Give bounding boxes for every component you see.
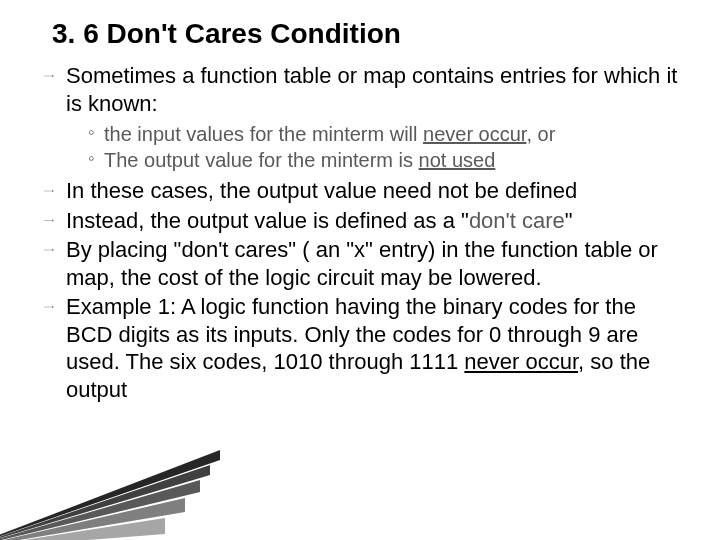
svg-marker-3 [0, 498, 185, 540]
svg-marker-4 [0, 518, 165, 540]
svg-marker-1 [0, 465, 210, 540]
svg-marker-0 [0, 450, 220, 540]
b1s2-a: The output value for the minterm is [104, 149, 419, 171]
bullet-1: Sometimes a function table or map contai… [44, 62, 686, 173]
b3-a: Instead, the output value is defined as … [66, 208, 469, 233]
bullet-3: Instead, the output value is defined as … [44, 207, 686, 235]
b1s1-b: , or [526, 123, 555, 145]
bullet-1-text: Sometimes a function table or map contai… [66, 63, 677, 116]
svg-marker-2 [0, 480, 200, 540]
decorative-stripes [0, 430, 220, 540]
bullet-2-text: In these cases, the output value need no… [66, 178, 577, 203]
bullet-1-sub-2: The output value for the minterm is not … [88, 147, 686, 173]
bullet-1-sublist: the input values for the minterm will ne… [66, 121, 686, 173]
b3-b: " [565, 208, 573, 233]
bullet-4-text: By placing "don't cares" ( an "x" entry)… [66, 237, 658, 290]
b3-g: don't care [469, 208, 565, 233]
b1s1-u: never occur [423, 123, 526, 145]
slide: 3. 6 Don't Cares Condition Sometimes a f… [0, 0, 720, 403]
b5-u: never occur [464, 349, 578, 374]
slide-title: 3. 6 Don't Cares Condition [52, 18, 686, 50]
b1s2-u: not used [419, 149, 496, 171]
bullet-4: By placing "don't cares" ( an "x" entry)… [44, 236, 686, 291]
bullet-1-sub-1: the input values for the minterm will ne… [88, 121, 686, 147]
bullet-5: Example 1: A logic function having the b… [44, 293, 686, 403]
bullet-list: Sometimes a function table or map contai… [34, 62, 686, 403]
bullet-2: In these cases, the output value need no… [44, 177, 686, 205]
b1s1-a: the input values for the minterm will [104, 123, 423, 145]
